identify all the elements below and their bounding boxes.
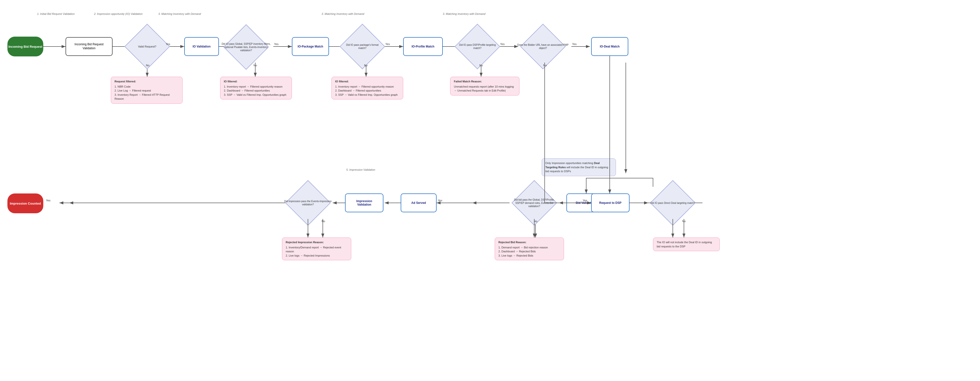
io-profile-match-node: IO-Profile Match <box>403 37 443 56</box>
no-label-pmp: No <box>543 64 547 67</box>
yes-label-dsp: Yes <box>583 199 587 202</box>
did-io-pass-global-text: Did IO pass Global, SSP/EP inventory fil… <box>221 22 271 72</box>
no-label-format: No <box>364 64 368 67</box>
bid-request-validation-node: Incoming Bid Request Validation <box>65 37 113 56</box>
ad-served-node: Ad Served <box>401 193 437 212</box>
diagram-canvas: 1. Initial Bid Request Validation 2. Imp… <box>0 0 980 381</box>
io-package-match-node: IO-Package Match <box>292 37 329 56</box>
no-label-dsp: No <box>479 64 483 67</box>
no-label-bid: No <box>534 220 537 223</box>
step3b-label: 3. Matching Inventory with Demand <box>321 12 364 15</box>
step5-label: 5. Impression Validation <box>346 168 375 171</box>
step3c-label: 3. Matching Inventory with Demand <box>443 12 485 15</box>
did-impression-pass-container: Did impression pass the Events-Impressio… <box>283 187 332 219</box>
does-bidder-pmp-container: Does the Bidder URL have an associated P… <box>514 30 571 62</box>
rejected-impression-reason-box: Rejected Impression Reason: 1. Inventory… <box>282 238 351 260</box>
yes-label-3: Yes <box>385 43 390 46</box>
io-not-include-deal-box: The IO will not include the Deal ID in o… <box>653 238 720 251</box>
yes-label-bid: Yes <box>438 199 442 202</box>
no-label-io-global: No <box>253 64 257 67</box>
failed-match-reason-box: Failed Match Reason: Unmatched requests … <box>450 77 519 96</box>
no-label-direct: No <box>682 220 686 223</box>
rejected-bid-reason-box: Rejected Bid Reason: 1. Demand report → … <box>495 238 564 260</box>
step1-label: 1. Initial Bid Request Validation <box>37 12 75 15</box>
valid-request-text: Valid Request? <box>131 30 163 62</box>
yes-label-1: Yes <box>166 43 170 46</box>
did-io-pass-direct-text: Did IO pass Direct Deal targeting match? <box>648 187 697 219</box>
did-io-pass-format-text: Did IO pass package's format match? <box>344 30 381 62</box>
yes-label-5: Yes <box>572 43 577 46</box>
did-io-pass-dsp-container: Did IO pass DSP/Profile targeting match? <box>459 30 496 62</box>
no-label-impression: No <box>321 220 325 223</box>
valid-request-diamond-container: Valid Request? <box>129 30 166 62</box>
impression-validation-node: Impression Validation <box>345 193 383 212</box>
did-bid-pass-container: Did bid pass the Global, DSP/Profile, SS… <box>509 187 559 219</box>
io-filtered-2-box: IO filtered: 1. Inventory report → Filte… <box>331 77 403 99</box>
impression-counted-node: Impression Counted <box>8 193 43 213</box>
did-io-pass-direct-container: Did IO pass Direct Deal targeting match? <box>648 187 697 219</box>
yes-label-4: Yes <box>500 43 504 46</box>
step3a-label: 3. Matching Inventory with Demand <box>158 12 201 15</box>
does-bidder-pmp-text: Does the Bidder URL have an associated P… <box>514 30 571 62</box>
yes-label-2: Yes <box>274 43 278 46</box>
did-io-pass-format-container: Did IO pass package's format match? <box>344 30 381 62</box>
request-filtered-box: Request filtered: 1. NBR Code 2. Live Lo… <box>111 77 183 104</box>
io-validation-node: IO Validation <box>184 37 219 56</box>
yes-label-impression: Yes <box>46 199 51 202</box>
did-io-pass-global-container: Did IO pass Global, SSP/EP inventory fil… <box>221 22 271 72</box>
deal-targeting-rules-box: Only Impression opportunities matching D… <box>542 158 616 176</box>
io-deal-match-node: IO-Deal Match <box>591 37 628 56</box>
step2-label: 2. Impression opportunity (IO) Validatio… <box>94 12 143 15</box>
request-to-dsp-node: Request to DSP <box>591 193 630 212</box>
did-bid-pass-text: Did bid pass the Global, DSP/Profile, SS… <box>509 187 559 219</box>
did-io-pass-dsp-text: Did IO pass DSP/Profile targeting match? <box>459 30 496 62</box>
no-label-valid-request: No <box>146 64 150 67</box>
incoming-bid-request-node: Incoming Bid Request <box>8 37 43 56</box>
did-impression-pass-text: Did impression pass the Events-Impressio… <box>283 187 332 219</box>
io-filtered-1-box: IO filtered: 1. Inventory report → Filte… <box>220 77 292 99</box>
